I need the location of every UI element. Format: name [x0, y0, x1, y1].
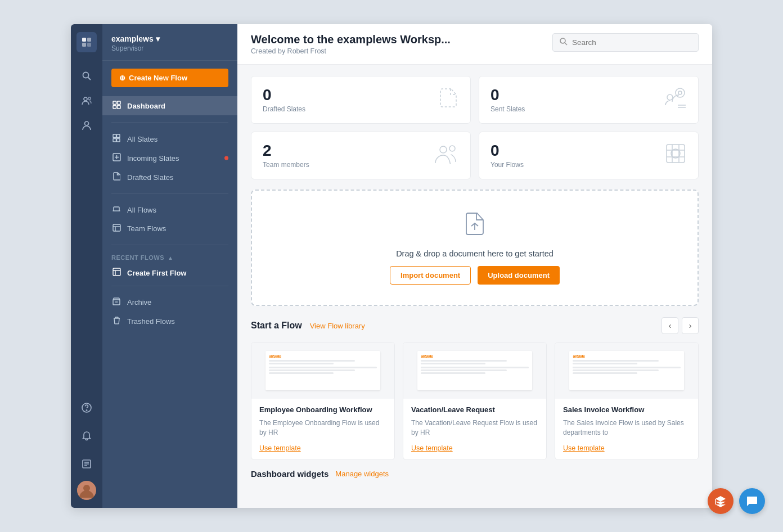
sent-slates-label: Sent Slates: [490, 105, 525, 113]
widgets-section: Dashboard widgets Manage widgets: [237, 460, 712, 488]
create-flow-icon: [111, 268, 122, 278]
search-icon: [560, 38, 568, 47]
svg-point-8: [85, 121, 89, 125]
svg-point-42: [449, 146, 455, 151]
avatar[interactable]: [77, 481, 96, 500]
archive-section: Archive Trashed Flows: [102, 290, 237, 334]
flow-card-preview-onboarding: airSlate: [251, 342, 394, 399]
all-slates-icon: [111, 134, 122, 144]
svg-rect-23: [113, 139, 116, 142]
use-template-invoice-link[interactable]: Use template: [563, 444, 605, 452]
svg-point-41: [440, 146, 447, 153]
rail-list-icon[interactable]: [75, 453, 98, 475]
svg-rect-21: [113, 134, 116, 138]
sidebar-item-incoming-slates[interactable]: Incoming Slates: [102, 148, 237, 168]
flow-card-vacation-desc: The Vacation/Leave Request Flow is used …: [411, 418, 538, 438]
sidebar-divider-4: [111, 286, 228, 286]
svg-rect-1: [87, 38, 91, 42]
rail-bell-icon[interactable]: [75, 425, 98, 447]
create-new-flow-button[interactable]: ⊕ Create New Flow: [111, 69, 228, 87]
stat-card-sent-slates: 0 Sent Slates: [479, 76, 699, 124]
sent-slates-number: 0: [490, 87, 525, 103]
svg-point-37: [678, 91, 682, 94]
chevron-up-icon: ▲: [168, 255, 173, 261]
drop-zone-icon: [464, 211, 486, 241]
svg-rect-20: [117, 106, 120, 109]
flow-card-invoice: airSlate Sales Invoice Workflow The Sale…: [555, 342, 699, 460]
drop-zone-buttons: Import document Upload document: [390, 266, 560, 285]
stat-card-your-flows: 0 Your Flows: [479, 132, 699, 179]
svg-rect-22: [117, 134, 120, 138]
app-wrapper: examplews ▾ Supervisor ⊕ Create New Flow: [71, 24, 712, 508]
use-template-onboarding-link[interactable]: Use template: [259, 444, 301, 452]
workspace-name[interactable]: examplews ▾: [111, 34, 228, 43]
sent-slates-icon: [664, 87, 687, 112]
all-flows-icon: [111, 205, 122, 215]
search-bar[interactable]: [552, 33, 699, 52]
sidebar-item-team-flows[interactable]: Team Flows: [102, 219, 237, 238]
sidebar-item-archive[interactable]: Archive: [102, 293, 237, 312]
manage-widgets-link[interactable]: Manage widgets: [335, 470, 389, 478]
flow-card-vacation-title: Vacation/Leave Request: [411, 405, 538, 415]
workspace-dropdown[interactable]: examplews ▾: [111, 34, 160, 43]
your-flows-icon: [664, 142, 687, 169]
widgets-title: Dashboard widgets: [251, 469, 328, 479]
svg-line-5: [88, 78, 91, 80]
sidebar-nav-section: Dashboard: [102, 93, 237, 119]
flow-card-invoice-title: Sales Invoice Workflow: [563, 405, 690, 415]
flow-card-vacation: airSlate Vacation/Leave Request The Vaca…: [403, 342, 547, 460]
main-content: Welcome to the examplews Worksp... Creat…: [237, 24, 712, 508]
rail-search-icon[interactable]: [75, 65, 98, 87]
rail-bottom: [75, 396, 98, 500]
archive-icon: [111, 297, 122, 307]
rail-person-icon[interactable]: [75, 114, 98, 137]
flow-card-preview-vacation: airSlate: [403, 342, 546, 399]
your-flows-number: 0: [490, 143, 524, 159]
fab-chat-button[interactable]: [739, 488, 765, 514]
drafted-slates-label: Drafted Slates: [263, 105, 305, 113]
dashboard-icon: [111, 101, 122, 111]
sidebar-item-drafted-slates[interactable]: Drafted Slates: [102, 168, 237, 187]
svg-point-34: [560, 38, 565, 43]
your-flows-label: Your Flows: [490, 161, 524, 169]
flow-cards: airSlate Employee Onboarding Workflow Th…: [251, 342, 699, 460]
sidebar-item-create-first-flow[interactable]: Create First Flow: [102, 263, 237, 282]
sidebar-item-dashboard[interactable]: Dashboard: [102, 96, 237, 115]
svg-rect-2: [82, 43, 86, 47]
flow-library-section: Start a Flow View Flow library ‹ › airSl…: [237, 306, 712, 460]
drop-zone[interactable]: Drag & drop a document here to get start…: [251, 190, 699, 306]
rail-help-icon[interactable]: [75, 396, 98, 419]
sidebar-item-all-slates[interactable]: All Slates: [102, 129, 237, 148]
app-logo[interactable]: [76, 32, 97, 52]
sidebar-divider-1: [111, 122, 228, 123]
use-template-vacation-link[interactable]: Use template: [411, 444, 453, 452]
fab-learn-button[interactable]: [708, 488, 734, 514]
carousel-next-button[interactable]: ›: [682, 317, 699, 334]
page-subtitle: Created by Robert Frost: [251, 47, 451, 55]
svg-rect-19: [113, 106, 116, 109]
rail-users-icon[interactable]: [75, 89, 98, 112]
flow-card-preview-invoice: airSlate: [555, 342, 698, 399]
workspace-role: Supervisor: [111, 44, 228, 52]
view-flow-library-link[interactable]: View Flow library: [310, 322, 365, 330]
team-members-number: 2: [263, 143, 309, 159]
icon-rail: [71, 24, 102, 508]
upload-document-button[interactable]: Upload document: [478, 266, 560, 285]
search-input[interactable]: [572, 38, 691, 47]
sidebar-item-all-flows[interactable]: All Flows: [102, 201, 237, 219]
import-document-button[interactable]: Import document: [390, 266, 471, 285]
top-bar: Welcome to the examplews Worksp... Creat…: [237, 24, 712, 65]
stat-card-drafted-slates: 0 Drafted Slates: [251, 76, 471, 124]
svg-rect-29: [113, 268, 120, 276]
stat-card-team-members: 2 Team members: [251, 132, 471, 179]
team-members-icon: [434, 143, 459, 168]
sidebar-header: examplews ▾ Supervisor: [102, 24, 237, 61]
carousel-prev-button[interactable]: ‹: [662, 317, 678, 334]
trash-icon: [111, 316, 122, 326]
svg-point-10: [86, 410, 87, 411]
sidebar-item-trashed-flows[interactable]: Trashed Flows: [102, 312, 237, 331]
team-members-label: Team members: [263, 161, 309, 169]
drafted-slates-icon: [111, 172, 122, 182]
svg-point-38: [667, 94, 673, 100]
drop-zone-text: Drag & drop a document here to get start…: [396, 249, 554, 258]
